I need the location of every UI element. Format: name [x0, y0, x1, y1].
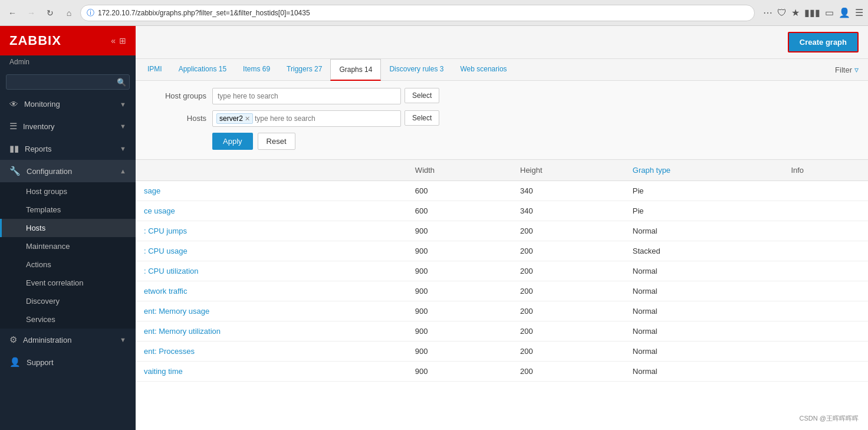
cell-graph-type: Normal: [624, 301, 783, 321]
graph-link[interactable]: ent: Processes: [144, 347, 195, 356]
reset-button[interactable]: Reset: [258, 133, 295, 150]
host-groups-input[interactable]: [212, 88, 401, 104]
reload-button[interactable]: ↻: [42, 5, 58, 21]
table-row: vaiting time 900 200 Normal: [136, 362, 868, 382]
cell-height: 200: [512, 301, 624, 321]
sidebar-admin-label: Admin: [0, 55, 136, 71]
table-row: etwork traffic 900 200 Normal: [136, 281, 868, 301]
cell-height: 340: [512, 201, 624, 221]
sidebar-item-host-groups[interactable]: Host groups: [0, 182, 136, 201]
table-row: ent: Memory usage 900 200 Normal: [136, 301, 868, 321]
cell-name: vaiting time: [136, 362, 407, 382]
graphs-table: Width Height Graph type Info sage 600 34…: [136, 160, 868, 382]
graph-link[interactable]: ent: Memory usage: [144, 307, 209, 316]
security-icon: ⓘ: [87, 8, 94, 18]
sidebar-item-templates[interactable]: Templates: [0, 201, 136, 219]
tab-web-scenarios[interactable]: Web scenarios: [452, 59, 515, 80]
tab-icon[interactable]: ▭: [825, 7, 834, 18]
sidebar-item-monitoring[interactable]: 👁 Monitoring ▼: [0, 93, 136, 115]
graph-link[interactable]: sage: [144, 186, 160, 195]
cell-width: 900: [407, 261, 512, 281]
sidebar-item-configuration[interactable]: 🔧 Configuration ▲: [0, 160, 136, 182]
sidebar-logo: ZABBIX « ⊞: [0, 26, 136, 55]
col-graph-type-header[interactable]: Graph type: [624, 160, 783, 181]
tab-discovery-rules[interactable]: Discovery rules 3: [381, 59, 452, 80]
sidebar-item-actions[interactable]: Actions: [0, 255, 136, 274]
cell-name: : CPU jumps: [136, 221, 407, 241]
hosts-search-input[interactable]: [255, 114, 343, 123]
browser-actions: ⋯ 🛡 ★ ▮▮▮ ▭ 👤 ☰: [763, 7, 863, 18]
cell-name: ce usage: [136, 201, 407, 221]
sidebar-search-input[interactable]: [6, 74, 130, 90]
expand-icon[interactable]: ⊞: [119, 36, 126, 45]
create-graph-button[interactable]: Create graph: [788, 32, 859, 52]
graph-link[interactable]: : CPU jumps: [144, 227, 187, 235]
search-icon: 🔍: [117, 78, 126, 87]
sidebar-item-administration[interactable]: ⚙ Administration ▼: [0, 329, 136, 351]
support-icon: 👤: [9, 357, 21, 367]
filter-toggle[interactable]: Filter ▿: [826, 65, 868, 74]
sidebar-item-event-correlation[interactable]: Event correlation: [0, 274, 136, 292]
filter-label: Filter: [835, 65, 852, 74]
sidebar-search[interactable]: 🔍: [6, 74, 130, 90]
sidebar-item-hosts[interactable]: Hosts: [0, 219, 136, 237]
sidebar-item-support[interactable]: 👤 Support: [0, 351, 136, 373]
shield-icon[interactable]: 🛡: [777, 8, 787, 18]
address-bar[interactable]: ⓘ 172.20.10.7/zabbix/graphs.php?filter_s…: [80, 5, 755, 21]
sidebar-item-label: Support: [27, 358, 126, 367]
cell-info: [782, 281, 868, 301]
graph-link[interactable]: : CPU utilization: [144, 267, 198, 275]
filter-actions: Apply Reset: [147, 133, 856, 150]
tab-items[interactable]: Items 69: [235, 59, 278, 80]
sidebar-item-inventory[interactable]: ☰ Inventory ▼: [0, 115, 136, 137]
extensions-icon[interactable]: ▮▮▮: [804, 7, 820, 18]
home-button[interactable]: ⌂: [61, 5, 77, 21]
graph-link[interactable]: etwork traffic: [144, 287, 187, 296]
graph-link[interactable]: ce usage: [144, 206, 175, 215]
cell-name: sage: [136, 181, 407, 201]
sidebar-item-discovery[interactable]: Discovery: [0, 292, 136, 310]
hosts-tag-server2: server2 ✕: [216, 113, 253, 124]
cell-info: [782, 362, 868, 382]
cell-graph-type: Normal: [624, 362, 783, 382]
tag-remove-button[interactable]: ✕: [245, 115, 250, 123]
more-icon[interactable]: ⋯: [763, 7, 772, 18]
chevron-down-icon: ▼: [120, 336, 126, 343]
sidebar-item-maintenance[interactable]: Maintenance: [0, 237, 136, 255]
cell-graph-type: Stacked: [624, 241, 783, 261]
graph-link[interactable]: : CPU usage: [144, 247, 188, 255]
col-height-header: Height: [512, 160, 624, 181]
sidebar-item-reports[interactable]: ▮▮ Reports ▼: [0, 137, 136, 160]
sidebar-item-services[interactable]: Services: [0, 310, 136, 329]
graph-link[interactable]: vaiting time: [144, 367, 183, 376]
tab-triggers[interactable]: Triggers 27: [278, 59, 330, 80]
cell-name: etwork traffic: [136, 281, 407, 301]
hosts-input-tags[interactable]: server2 ✕: [212, 110, 401, 127]
apply-button[interactable]: Apply: [212, 133, 253, 150]
tab-ipmi[interactable]: IPMI: [139, 59, 170, 80]
profile-icon[interactable]: 👤: [839, 7, 850, 18]
content-topbar: Create graph: [136, 26, 868, 59]
star-icon[interactable]: ★: [791, 7, 800, 18]
table-row: : CPU jumps 900 200 Normal: [136, 221, 868, 241]
hosts-select-button[interactable]: Select: [405, 110, 439, 126]
cell-width: 600: [407, 201, 512, 221]
cell-height: 200: [512, 221, 624, 241]
host-groups-select-button[interactable]: Select: [405, 88, 439, 103]
cell-height: 200: [512, 362, 624, 382]
filter-panel: Host groups Select Hosts server2 ✕: [136, 81, 868, 160]
cell-height: 200: [512, 261, 624, 281]
tab-graphs[interactable]: Graphs 14: [330, 59, 381, 81]
forward-button[interactable]: →: [24, 5, 39, 21]
tab-applications[interactable]: Applications 15: [170, 59, 235, 80]
cell-info: [782, 241, 868, 261]
table-row: : CPU utilization 900 200 Normal: [136, 261, 868, 281]
cell-info: [782, 301, 868, 321]
menu-icon[interactable]: ☰: [855, 7, 863, 18]
cell-name: ent: Processes: [136, 342, 407, 362]
cell-width: 900: [407, 342, 512, 362]
collapse-icon[interactable]: «: [111, 36, 116, 45]
table-row: : CPU usage 900 200 Stacked: [136, 241, 868, 261]
graph-link[interactable]: ent: Memory utilization: [144, 327, 221, 336]
back-button[interactable]: ←: [5, 5, 20, 21]
